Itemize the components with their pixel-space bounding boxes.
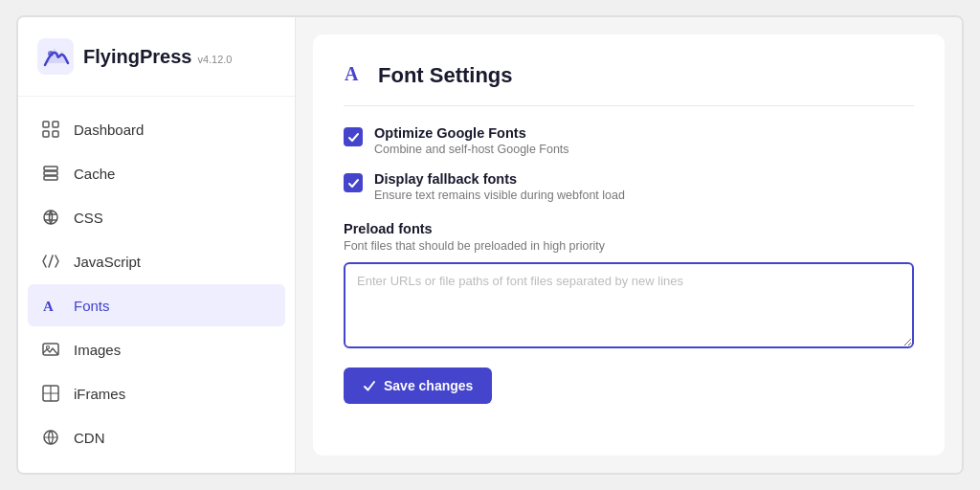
display-fallback-fonts-label: Display fallback fonts	[374, 171, 625, 187]
app-frame: FlyingPress v4.12.0 Dashboard	[16, 15, 964, 475]
save-changes-button[interactable]: Save changes	[344, 368, 492, 404]
svg-line-12	[49, 256, 53, 267]
display-fallback-fonts-checkbox[interactable]	[344, 173, 363, 192]
svg-text:A: A	[345, 63, 359, 84]
sidebar-item-css[interactable]: CSS	[18, 196, 295, 238]
svg-rect-5	[53, 131, 58, 137]
save-changes-label: Save changes	[384, 378, 473, 393]
svg-rect-8	[44, 176, 57, 180]
app-version: v4.12.0	[197, 54, 232, 65]
svg-rect-4	[43, 131, 49, 137]
sidebar-item-dashboard[interactable]: Dashboard	[18, 108, 295, 150]
svg-text:A: A	[43, 299, 54, 314]
display-fallback-fonts-desc: Ensure text remains visible during webfo…	[374, 189, 625, 202]
sidebar: FlyingPress v4.12.0 Dashboard	[18, 17, 296, 473]
sidebar-label-javascript: JavaScript	[74, 254, 141, 270]
svg-rect-2	[43, 122, 49, 127]
cache-icon	[41, 164, 60, 183]
optimize-google-fonts-desc: Combine and self-host Google Fonts	[374, 143, 569, 156]
sidebar-item-images[interactable]: Images	[18, 328, 295, 370]
optimize-google-fonts-label: Optimize Google Fonts	[374, 125, 569, 141]
display-fallback-fonts-row: Display fallback fonts Ensure text remai…	[344, 171, 914, 202]
sidebar-item-fonts[interactable]: A Fonts	[28, 284, 285, 326]
main-content: A Font Settings Optimize Google Fonts Co…	[296, 17, 962, 473]
optimize-google-fonts-row: Optimize Google Fonts Combine and self-h…	[344, 125, 914, 156]
settings-section: Optimize Google Fonts Combine and self-h…	[344, 125, 914, 352]
svg-point-9	[44, 211, 57, 224]
javascript-icon	[41, 252, 60, 271]
svg-rect-6	[44, 167, 57, 170]
svg-rect-14	[43, 344, 58, 355]
preload-fonts-textarea[interactable]	[344, 262, 914, 348]
svg-point-1	[48, 51, 54, 56]
font-settings-icon: A	[344, 61, 367, 90]
logo-text: FlyingPress v4.12.0	[83, 46, 232, 68]
content-card: A Font Settings Optimize Google Fonts Co…	[313, 34, 945, 456]
sidebar-label-css: CSS	[74, 210, 103, 226]
sidebar-item-javascript[interactable]: JavaScript	[18, 240, 295, 282]
css-icon	[41, 208, 60, 227]
fonts-icon: A	[41, 296, 60, 315]
preload-fonts-section: Preload fonts Font files that should be …	[344, 221, 914, 352]
cdn-icon	[41, 428, 60, 447]
sidebar-label-fonts: Fonts	[74, 298, 110, 314]
sidebar-label-cdn: CDN	[74, 430, 105, 446]
checkmark-icon	[363, 379, 376, 392]
preload-fonts-label: Preload fonts	[344, 221, 914, 236]
app-name: FlyingPress	[83, 46, 191, 68]
sidebar-label-dashboard: Dashboard	[74, 122, 144, 138]
svg-rect-7	[44, 171, 57, 175]
sidebar-item-cache[interactable]: Cache	[18, 152, 295, 194]
images-icon	[41, 340, 60, 359]
svg-rect-3	[53, 122, 58, 127]
sidebar-label-iframes: iFrames	[74, 386, 125, 402]
sidebar-label-cache: Cache	[74, 166, 115, 182]
card-header: A Font Settings	[344, 61, 914, 106]
preload-fonts-desc: Font files that should be preloaded in h…	[344, 239, 914, 253]
sidebar-label-images: Images	[74, 342, 121, 358]
optimize-google-fonts-checkbox[interactable]	[344, 127, 363, 146]
sidebar-logo: FlyingPress v4.12.0	[18, 17, 295, 97]
sidebar-item-iframes[interactable]: iFrames	[18, 372, 295, 414]
sidebar-item-cdn[interactable]: CDN	[18, 416, 295, 458]
dashboard-icon	[41, 120, 60, 139]
sidebar-nav: Dashboard Cache	[18, 97, 295, 470]
flyingpress-logo-icon	[37, 38, 74, 75]
svg-point-15	[47, 346, 50, 349]
card-title: Font Settings	[378, 63, 513, 88]
iframes-icon	[41, 384, 60, 403]
